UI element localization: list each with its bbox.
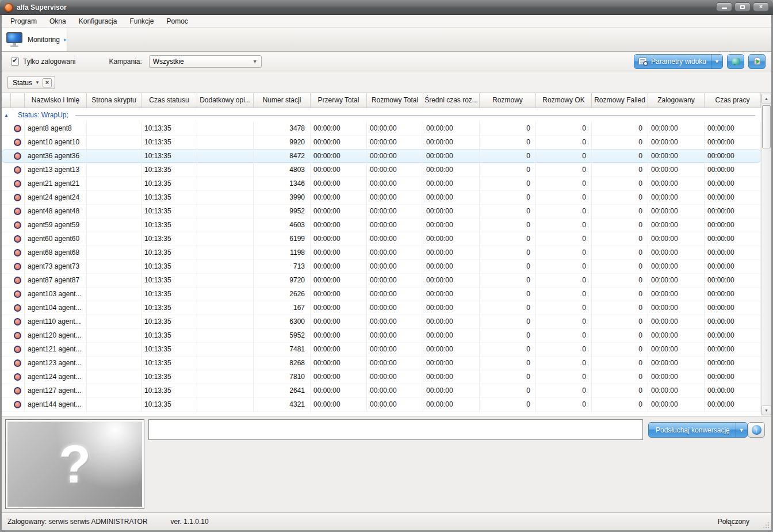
cell-name: agent68 agent68 [25,246,87,260]
column-header-station[interactable]: Numer stacji [254,93,311,108]
cell-status_time: 10:13:35 [141,150,197,163]
cell-expander [2,246,11,260]
cell-name: agent60 agent60 [25,232,87,246]
cell-icon [11,370,25,384]
cell-calls_failed: 0 [592,136,648,150]
group-row[interactable]: ▲ Status: WrapUp; [2,108,761,122]
cell-icon [11,232,25,246]
detail-panel: ? Podsłuchaj konwersację ▼ ↑ [2,416,771,512]
scrollbar-thumb[interactable] [762,105,771,148]
table-row[interactable]: agent59 agent5910:13:35460300:00:0000:00… [2,219,761,232]
cell-extra_desc [197,163,254,177]
column-header-logged_in[interactable]: Zalogowany [648,93,705,108]
cell-avg_call: 00:00:00 [423,274,480,288]
table-row[interactable]: agent24 agent2410:13:35399000:00:0000:00… [2,191,761,205]
column-header-work_time[interactable]: Czas pracy [705,93,761,108]
table-row[interactable]: agent48 agent4810:13:35995200:00:0000:00… [2,205,761,219]
cell-calls_total: 00:00:00 [367,150,423,163]
resize-grip-icon[interactable] [763,522,769,528]
table-row[interactable]: agent121 agent...10:13:35748100:00:0000:… [2,343,761,357]
cell-script_page [87,329,141,343]
menu-item-konfiguracja[interactable]: Konfiguracja [72,15,124,28]
column-header-extra_desc[interactable]: Dodatkowy opi... [197,93,254,108]
column-header-calls_total[interactable]: Rozmowy Total [367,93,423,108]
scroll-up-button[interactable]: ▲ [761,94,771,104]
table-row[interactable]: agent104 agent...10:13:3516700:00:0000:0… [2,301,761,315]
cell-breaks_total: 00:00:00 [311,163,367,177]
menu-item-program[interactable]: Program [4,15,43,28]
menu-item-okna[interactable]: Okna [43,15,72,28]
minimize-button[interactable] [716,2,732,12]
cell-calls_failed: 0 [592,150,648,163]
column-header-status_time[interactable]: Czas statusu [141,93,197,108]
cell-logged_in: 00:00:00 [648,288,705,301]
column-header-avg_call[interactable]: Średni czas roz... [423,93,480,108]
group-collapse-icon[interactable]: ▲ [2,113,11,118]
column-header-breaks_total[interactable]: Przerwy Total [311,93,367,108]
table-row[interactable]: agent73 agent7310:13:3571300:00:0000:00:… [2,260,761,274]
tab-status-label: Status [13,79,32,87]
title-bar[interactable]: alfa Supervisor × [0,0,773,15]
cell-extra_desc [197,301,254,315]
listen-conversation-button[interactable]: Podsłuchaj konwersację ▼ [648,422,748,438]
table-row[interactable]: agent127 agent...10:13:35264100:00:0000:… [2,384,761,398]
table-row[interactable]: agent87 agent8710:13:35972000:00:0000:00… [2,274,761,288]
cell-calls: 0 [480,163,536,177]
table-row[interactable]: agent124 agent...10:13:35781000:00:0000:… [2,370,761,384]
vertical-scrollbar[interactable]: ▲ ▼ [761,93,771,416]
expand-panel-button[interactable]: ↑ [748,422,765,438]
monitoring-button[interactable]: Monitoring ▸ [2,28,67,51]
table-row[interactable]: agent110 agent...10:13:35630000:00:0000:… [2,315,761,329]
cell-expander [2,232,11,246]
view-params-dropdown[interactable]: ▼ [711,55,722,68]
cell-script_page [87,232,141,246]
tab-close-button[interactable]: × [43,78,52,87]
table-row[interactable]: agent36 agent3610:13:35847200:00:0000:00… [2,150,761,163]
cell-icon [11,136,25,150]
cell-name: agent48 agent48 [25,205,87,219]
column-header-script_page[interactable]: Strona skryptu [87,93,141,108]
detail-text-field[interactable] [148,419,643,440]
table-row[interactable]: agent68 agent6810:13:35119800:00:0000:00… [2,246,761,260]
view-params-button[interactable]: Parametry widoku ▼ [634,54,723,69]
cell-name: agent124 agent... [25,370,87,384]
table-row[interactable]: agent13 agent1310:13:35480300:00:0000:00… [2,163,761,177]
cell-avg_call: 00:00:00 [423,177,480,191]
cell-calls: 0 [480,191,536,205]
status-bar: Zalogowany: serwis serwis ADMINISTRATOR … [2,512,771,530]
cell-expander [2,274,11,288]
table-row[interactable]: agent8 agent810:13:35347800:00:0000:00:0… [2,122,761,136]
table-row[interactable]: agent103 agent...10:13:35262600:00:0000:… [2,288,761,301]
only-logged-checkbox[interactable]: ✔ [11,58,19,66]
agents-table: Nazwisko i ImięStrona skryptuCzas status… [2,93,771,416]
cell-work_time: 00:00:00 [705,191,761,205]
column-header-calls_failed[interactable]: Rozmowy Failed [592,93,648,108]
listen-dropdown[interactable]: ▼ [736,423,747,437]
close-button[interactable]: × [753,2,769,12]
menu-item-funkcje[interactable]: Funkcje [123,15,160,28]
column-header-calls_ok[interactable]: Rozmowy OK [536,93,592,108]
cell-icon [11,191,25,205]
maximize-button[interactable] [734,2,751,12]
export-button[interactable] [748,54,766,69]
column-header-calls[interactable]: Rozmowy [480,93,536,108]
table-row[interactable]: agent21 agent2110:13:35134600:00:0000:00… [2,177,761,191]
menu-item-pomoc[interactable]: Pomoc [160,15,194,28]
table-row[interactable]: agent60 agent6010:13:35619900:00:0000:00… [2,232,761,246]
chat-button[interactable] [727,54,744,69]
table-row[interactable]: agent10 agent1010:13:35992000:00:0000:00… [2,136,761,150]
cell-logged_in: 00:00:00 [648,163,705,177]
table-row[interactable]: agent123 agent...10:13:35826800:00:0000:… [2,357,761,370]
column-header-name[interactable]: Nazwisko i Imię [25,93,87,108]
cell-work_time: 00:00:00 [705,343,761,357]
campaign-select[interactable]: Wszystkie ▼ [149,55,262,68]
app-window: alfa Supervisor × ProgramOknaKonfiguracj… [0,0,773,532]
cell-status_time: 10:13:35 [141,136,197,150]
table-row[interactable]: agent144 agent...10:13:35432100:00:0000:… [2,398,761,412]
cell-calls_total: 00:00:00 [367,177,423,191]
table-row[interactable]: agent120 agent...10:13:35595200:00:0000:… [2,329,761,343]
tab-status[interactable]: Status ▼ × [7,76,55,89]
scroll-down-button[interactable]: ▼ [761,405,771,415]
cell-calls_failed: 0 [592,315,648,329]
cell-calls_failed: 0 [592,246,648,260]
